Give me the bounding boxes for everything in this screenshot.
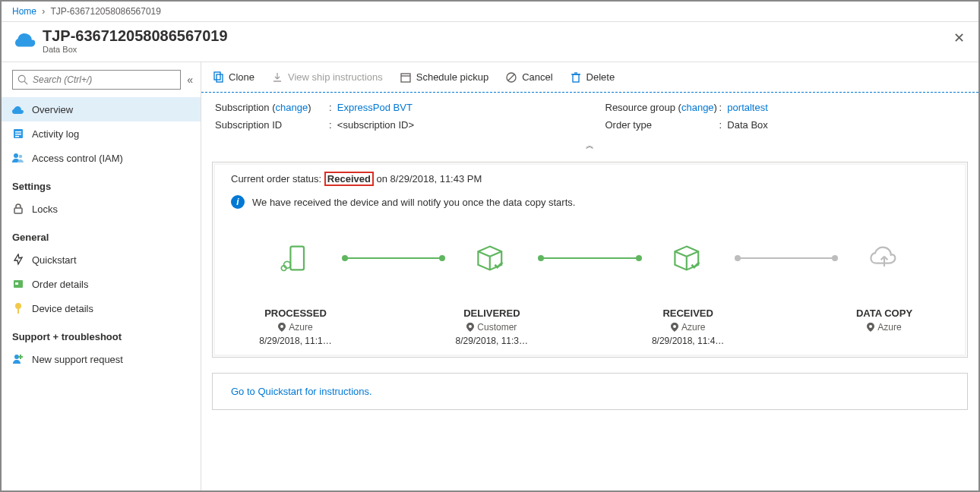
svg-rect-3 xyxy=(15,131,21,133)
info-icon: i xyxy=(231,195,245,209)
resource-header: TJP-636712058086567019 Data Box ✕ xyxy=(2,21,978,62)
clone-button[interactable]: Clone xyxy=(212,71,254,84)
overview-icon xyxy=(12,103,24,115)
subscription-id-value: <subscription ID> xyxy=(337,119,414,131)
nav-activity-log[interactable]: Activity log xyxy=(2,121,201,146)
svg-rect-22 xyxy=(573,74,579,82)
svg-point-0 xyxy=(18,75,25,82)
step-date: 8/29/2018, 11:4… xyxy=(639,336,738,346)
essentials-collapse-toggle[interactable]: ︽ xyxy=(201,140,978,154)
order-steps: PROCESSED Azure 8/29/2018, 11:1… DELIVER… xyxy=(246,239,934,346)
step-location: Customer xyxy=(442,322,541,333)
nav-device-details[interactable]: Device details xyxy=(2,296,201,320)
datacopy-icon xyxy=(835,239,934,277)
nav-label: Order details xyxy=(32,279,88,290)
nav-access-control[interactable]: Access control (IAM) xyxy=(2,146,201,170)
svg-line-1 xyxy=(24,81,27,84)
subscription-id-label: Subscription ID xyxy=(215,119,329,131)
svg-rect-25 xyxy=(290,247,304,270)
toolbar-label: Clone xyxy=(229,71,254,83)
status-line: Current order status: Received on 8/29/2… xyxy=(231,173,949,184)
subscription-value[interactable]: ExpressPod BVT xyxy=(337,102,413,113)
step-location: Azure xyxy=(246,322,345,333)
schedule-pickup-button[interactable]: Schedule pickup xyxy=(400,71,488,84)
step-title: DATA COPY xyxy=(835,308,934,319)
nav-section-support: Support + troubleshoot xyxy=(2,320,201,347)
step-received: RECEIVED Azure 8/29/2018, 11:4… xyxy=(639,239,738,346)
calendar-icon xyxy=(400,71,412,84)
device-details-icon xyxy=(12,302,24,314)
pin-icon xyxy=(278,323,286,332)
delete-button[interactable]: Delete xyxy=(570,71,615,84)
download-icon xyxy=(271,71,283,84)
quickstart-link[interactable]: Go to Quickstart for instructions. xyxy=(231,386,372,397)
pin-icon xyxy=(671,323,678,332)
svg-point-11 xyxy=(15,303,21,309)
order-type-label: Order type xyxy=(605,119,719,131)
resource-title: TJP-636712058086567019 xyxy=(43,27,228,45)
step-processed: PROCESSED Azure 8/29/2018, 11:1… xyxy=(246,239,345,346)
close-button[interactable]: ✕ xyxy=(951,30,966,46)
order-type-value: Data Box xyxy=(727,119,767,131)
nav-label: New support request xyxy=(32,354,123,365)
breadcrumb: Home › TJP-636712058086567019 xyxy=(2,2,978,21)
svg-rect-15 xyxy=(18,356,23,358)
step-title: RECEIVED xyxy=(639,308,738,319)
clone-icon xyxy=(212,71,224,84)
resource-group-value[interactable]: portaltest xyxy=(727,102,767,113)
svg-rect-12 xyxy=(17,309,19,314)
step-connector xyxy=(345,257,442,259)
order-details-icon xyxy=(12,278,24,290)
cancel-button[interactable]: Cancel xyxy=(505,71,552,84)
quickstart-card: Go to Quickstart for instructions. xyxy=(212,373,968,410)
svg-rect-8 xyxy=(14,208,22,213)
databox-icon xyxy=(15,28,36,49)
received-icon xyxy=(639,239,738,277)
step-date: 8/29/2018, 11:3… xyxy=(442,336,541,346)
search-box[interactable] xyxy=(12,70,181,90)
step-title: PROCESSED xyxy=(246,308,345,319)
svg-line-21 xyxy=(508,74,514,80)
nav-section-general: General xyxy=(2,221,201,248)
nav-quickstart[interactable]: Quickstart xyxy=(2,248,201,272)
step-location: Azure xyxy=(835,322,934,333)
nav-section-settings: Settings xyxy=(2,170,201,197)
status-info-text: We have received the device and will not… xyxy=(252,197,575,208)
resource-group-label: Resource group (change) xyxy=(605,102,719,113)
status-badge: Received xyxy=(324,172,374,186)
nav-label: Overview xyxy=(32,104,73,115)
iam-icon xyxy=(12,152,24,164)
step-connector xyxy=(541,257,638,259)
svg-rect-18 xyxy=(401,74,410,82)
nav-new-support[interactable]: New support request xyxy=(2,347,201,371)
svg-rect-10 xyxy=(15,282,18,285)
pin-icon xyxy=(466,323,474,332)
search-input[interactable] xyxy=(33,74,175,85)
subscription-change-link[interactable]: change xyxy=(275,102,308,113)
nav-overview[interactable]: Overview xyxy=(2,97,201,121)
nav-locks[interactable]: Locks xyxy=(2,197,201,221)
svg-rect-16 xyxy=(214,72,220,80)
essentials-colon: : xyxy=(329,119,337,131)
step-connector xyxy=(738,257,835,259)
resource-group-change-link[interactable]: change xyxy=(681,102,714,113)
processed-icon xyxy=(246,239,345,277)
nav-label: Activity log xyxy=(32,128,79,140)
toolbar-label: View ship instructions xyxy=(288,71,383,83)
svg-rect-4 xyxy=(15,134,21,135)
toolbar-label: Schedule pickup xyxy=(416,71,488,83)
nav-label: Quickstart xyxy=(32,254,77,266)
activity-log-icon xyxy=(12,128,24,140)
toolbar: Clone View ship instructions Schedule pi… xyxy=(201,62,978,93)
toolbar-label: Cancel xyxy=(522,71,552,83)
delivered-icon xyxy=(442,239,541,277)
quickstart-icon xyxy=(12,254,24,266)
essentials-colon: : xyxy=(719,119,728,131)
step-data-copy: DATA COPY Azure xyxy=(835,239,934,336)
subscription-label: Subscription (change) xyxy=(215,102,329,113)
step-date: 8/29/2018, 11:1… xyxy=(246,336,345,346)
support-icon xyxy=(12,353,24,365)
breadcrumb-home[interactable]: Home xyxy=(12,6,36,17)
sidebar-collapse[interactable]: « xyxy=(187,74,193,86)
nav-order-details[interactable]: Order details xyxy=(2,272,201,296)
